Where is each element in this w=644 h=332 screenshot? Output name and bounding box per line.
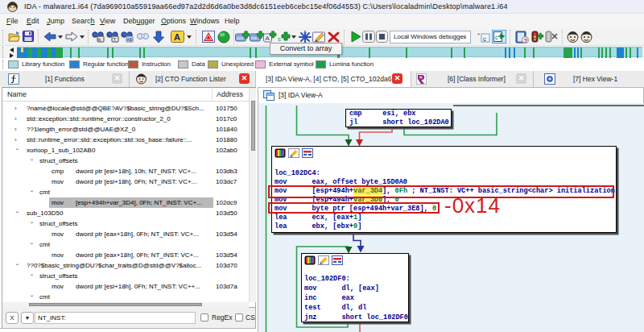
svg-text:A: A (266, 35, 270, 42)
svg-text:c: c (483, 35, 486, 43)
svg-text:?: ? (524, 37, 528, 44)
svg-text:c: c (495, 35, 498, 40)
svg-text:AB: AB (127, 37, 133, 42)
svg-text:T: T (114, 37, 117, 42)
svg-text:s: s (278, 35, 281, 43)
svg-text:A: A (174, 32, 180, 42)
svg-text:ins: ins (251, 35, 257, 40)
svg-text:*: * (477, 31, 480, 39)
